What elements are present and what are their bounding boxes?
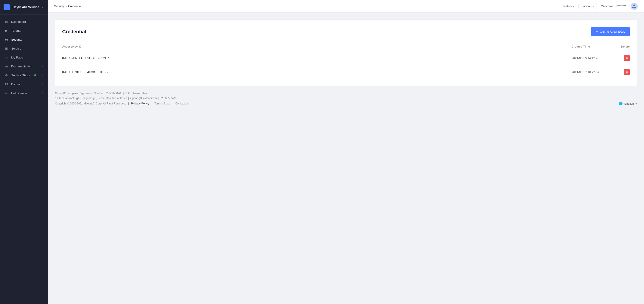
documentation-icon: ☰ (4, 64, 8, 68)
sidebar-label-security: Security (11, 38, 22, 41)
sidebar-item-tutorial[interactable]: ▶ Tutorial (0, 26, 48, 35)
footer-terms-link[interactable]: Terms of Use (154, 102, 170, 105)
create-accesskey-label: Create AccessKey (600, 30, 625, 33)
tutorial-icon: ▶ (4, 28, 8, 33)
footer-links: Copyright © 2020-2021. GroundX Corp. All… (55, 102, 189, 105)
credential-table-body: KASK2AINCUJ8P9CG1E2E92C72021/06/16 14:12… (62, 51, 630, 79)
sidebar-label-service: Service (11, 47, 21, 50)
credential-header: Credential + Create AccessKey (62, 27, 630, 36)
sidebar-item-help-center[interactable]: ⊘ Help Center ↗ (0, 89, 48, 98)
sidebar-item-security[interactable]: ◎ Security › (0, 35, 48, 44)
table-row: KASK8P701K9P04H3XTJ9KSV22021/08/17 16:22… (62, 65, 630, 79)
col-header-delete: Delete (616, 43, 630, 51)
globe-icon: 🌐 (618, 102, 623, 106)
delete-cell: 🗑 (616, 65, 630, 79)
col-header-time: Created Time (572, 43, 616, 51)
service-status-ext-icon: ↗ (41, 74, 44, 77)
network-chevron-icon: ▾ (593, 5, 594, 7)
sidebar-label-mypage: My Page (11, 56, 23, 59)
plus-icon: + (596, 29, 598, 34)
security-chevron-icon: › (42, 38, 44, 41)
app-name: Klaytn API Service (12, 5, 39, 9)
sidebar-item-service[interactable]: ⊡ Service › (0, 44, 48, 53)
footer-bottom: Copyright © 2020-2021. GroundX Corp. All… (55, 102, 637, 106)
breadcrumb: Security › Credential (54, 4, 82, 8)
sidebar-label-service-status: Service Status (11, 74, 31, 77)
credential-card: Credential + Create AccessKey AccessKey … (55, 20, 637, 86)
footer-sep2: | (152, 102, 152, 105)
language-text: English (624, 102, 634, 105)
footer-copyright: Copyright © 2020-2021. GroundX Corp. All… (55, 102, 126, 105)
create-accesskey-button[interactable]: + Create AccessKey (591, 27, 630, 36)
footer-sep3: | (172, 102, 173, 105)
trash-icon: 🗑 (626, 71, 628, 74)
sidebar-header: K Klaytn API Service ‹ (0, 0, 48, 14)
accesskey-id-cell: KASK8P701K9P04H3XTJ9KSV2 (62, 65, 572, 79)
breadcrumb-separator: › (66, 5, 67, 7)
documentation-ext-icon: ↗ (41, 65, 44, 68)
service-chevron-icon: › (42, 47, 44, 50)
sidebar-label-documentation: Documentation (11, 65, 32, 68)
created-time-cell: 2021/06/16 14:12:43 (572, 51, 616, 65)
col-header-id: AccessKey ID (62, 43, 572, 51)
sidebar-item-service-status[interactable]: ⊙ Service Status ↗ (0, 71, 48, 80)
page-title: Credential (62, 29, 86, 35)
footer-privacy-policy-link[interactable]: Privacy Policy (131, 102, 149, 105)
credential-table: AccessKey ID Created Time Delete KASK2AI… (62, 43, 630, 79)
network-value: Baobab (582, 4, 592, 8)
sidebar-item-dashboard[interactable]: ⊞ Dashboard (0, 17, 48, 26)
forum-ext-icon: ↗ (41, 83, 44, 86)
footer-language-selector[interactable]: 🌐 English ▾ (618, 102, 637, 106)
main-area: Security › Credential Network Baobab ▾ W… (48, 0, 644, 304)
delete-button[interactable]: 🗑 (624, 55, 630, 61)
sidebar-collapse-button[interactable]: ‹ (41, 4, 44, 10)
help-center-icon: ⊘ (4, 91, 8, 95)
breadcrumb-credential: Credential (68, 4, 82, 8)
delete-cell: 🗑 (616, 51, 630, 65)
trash-icon: 🗑 (626, 57, 628, 60)
footer-contact-link[interactable]: Contact Us (175, 102, 188, 105)
topbar: Security › Credential Network Baobab ▾ W… (48, 0, 644, 12)
sidebar-nav: ⊞ Dashboard ▶ Tutorial ◎ Security › ⊡ Se… (0, 14, 48, 304)
mypage-chevron-icon: › (42, 56, 44, 59)
footer-sep1: | (128, 102, 129, 105)
sidebar-item-mypage[interactable]: ☺ My Page › (0, 53, 48, 62)
service-icon: ⊡ (4, 46, 8, 50)
network-selector[interactable]: Baobab ▾ (578, 3, 597, 9)
logo-icon: K (4, 4, 10, 10)
sidebar-label-forum: Forum (11, 83, 20, 86)
footer-address: 11 Teheran-ro 98-gil, Gangnam-gu, Seoul,… (55, 97, 637, 100)
created-time-cell: 2021/08/17 16:22:59 (572, 65, 616, 79)
help-center-ext-icon: ↗ (41, 92, 44, 95)
sidebar-item-forum[interactable]: ✉ Forum ↗ (0, 80, 48, 89)
breadcrumb-security: Security (54, 4, 64, 8)
sidebar: K Klaytn API Service ‹ ⊞ Dashboard ▶ Tut… (0, 0, 48, 304)
footer-company-info: GroundX Company Registration Number : 35… (55, 92, 637, 95)
service-status-dot (34, 74, 36, 76)
language-chevron-icon: ▾ (636, 102, 637, 105)
footer: GroundX Company Registration Number : 35… (48, 86, 644, 111)
accesskey-id-cell: KASK2AINCUJ8P9CG1E2E92C7 (62, 51, 572, 65)
topbar-right: Network Baobab ▾ Welcome, Ji******** (563, 3, 638, 10)
table-row: KASK2AINCUJ8P9CG1E2E92C72021/06/16 14:12… (62, 51, 630, 65)
sidebar-item-documentation[interactable]: ☰ Documentation ↗ (0, 62, 48, 71)
mypage-icon: ☺ (4, 55, 8, 59)
service-status-icon: ⊙ (4, 73, 8, 77)
sidebar-label-dashboard: Dashboard (11, 20, 26, 23)
sidebar-label-tutorial: Tutorial (11, 29, 21, 32)
network-label: Network (563, 4, 574, 8)
sidebar-logo: K Klaytn API Service (4, 4, 39, 10)
page-content: Credential + Create AccessKey AccessKey … (48, 12, 644, 304)
welcome-text: Welcome, Ji******** (601, 4, 626, 8)
user-avatar[interactable] (630, 3, 638, 10)
forum-icon: ✉ (4, 82, 8, 86)
security-icon: ◎ (4, 37, 8, 41)
sidebar-label-help-center: Help Center (11, 92, 27, 95)
dashboard-icon: ⊞ (4, 20, 8, 24)
delete-button[interactable]: 🗑 (624, 69, 630, 75)
